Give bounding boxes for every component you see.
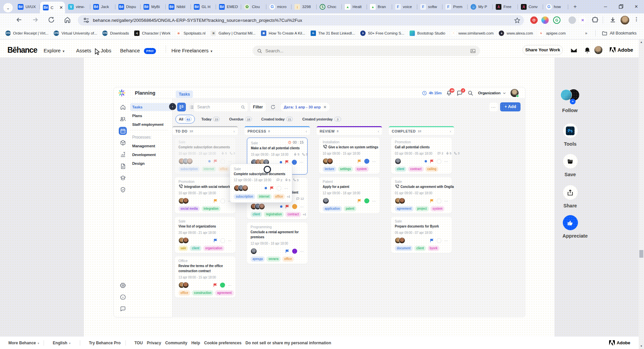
browser-tab-22[interactable]: Ghow (543, 0, 568, 13)
card-to-do-3-tag[interactable]: client (190, 246, 202, 251)
tab-close-icon[interactable]: ✕ (59, 5, 63, 10)
browser-tab-1[interactable]: BēUI/UX (15, 0, 40, 13)
card-to-do-2-tag[interactable]: integration (202, 206, 220, 211)
footer-link-4[interactable]: Help (191, 341, 200, 345)
sidebar-item-management[interactable]: Management (130, 142, 172, 150)
dragged-card[interactable]: SaleComplete subscription documents12 ap… (230, 164, 292, 203)
browser-tab-4[interactable]: BēJack (90, 0, 115, 13)
card-to-do-1-tag[interactable]: office (218, 166, 230, 172)
forward-button[interactable] (32, 16, 40, 24)
dragged-card-tag[interactable]: office (273, 194, 285, 199)
board-notifications-icon[interactable]: 19 (446, 90, 452, 96)
card-completed-3-assignee-placeholder-icon[interactable] (437, 238, 441, 243)
footer-link-5[interactable]: Cookie preferences (204, 341, 241, 345)
bookmark-item-11[interactable]: ◔www.similarweb.com (451, 31, 494, 36)
column-collapse-icon[interactable]: ‹ (450, 129, 451, 133)
card-to-do-4-tag[interactable]: construction (192, 290, 213, 296)
card-completed-3-tag[interactable]: client (414, 246, 426, 251)
rail-file-icon[interactable] (119, 162, 127, 170)
card-review-1[interactable]: InstallationGive a lecture on system set… (319, 138, 380, 174)
card-to-do-3[interactable]: SaleView list of organizations20 apr 09:… (175, 217, 235, 253)
page-scrollbar[interactable] (639, 40, 644, 349)
card-completed-2-more-icon[interactable]: ⋯ (444, 200, 448, 202)
footer-try-pro[interactable]: Try Behance Pro (89, 341, 121, 345)
rail-gear-icon[interactable] (119, 281, 127, 289)
nav-jobs[interactable]: Jobs (101, 48, 111, 53)
extension-icon-grammarly[interactable]: G (553, 16, 560, 24)
browser-tab-14[interactable]: ▲Healt (342, 0, 367, 13)
browser-tab-6[interactable]: BēMyBi (141, 0, 166, 13)
card-process-3-more-icon[interactable]: ⋯ (300, 250, 304, 253)
extensions-puzzle-icon[interactable] (592, 16, 600, 24)
extension-icon-1[interactable]: O (530, 16, 538, 24)
card-to-do-3-more-icon[interactable]: ⋯ (228, 239, 232, 242)
bookmark-item-6[interactable]: ▣Gallery | Chantal Mil... (211, 31, 256, 36)
extension-icon-2[interactable] (541, 16, 549, 24)
card-to-do-1-more-icon[interactable]: ⋯ (228, 160, 232, 163)
scrollbar-up-arrow[interactable]: ▲ (639, 40, 644, 45)
filter-pill-overdue[interactable]: Overdue18 (226, 115, 255, 123)
rail-share-button[interactable]: Share (562, 185, 578, 208)
card-review-2-tag[interactable]: application (323, 206, 342, 211)
card-completed-1-tag[interactable]: calling (425, 166, 438, 172)
filter-button[interactable]: Filter (250, 103, 266, 111)
browser-tab-16[interactable]: Fvoice (392, 0, 417, 13)
date-filter-chip[interactable]: Дата: 1 апр - 30 апр ✕ (280, 103, 330, 111)
card-completed-1[interactable]: PromotionCall all potential clients03 ap… (391, 138, 452, 174)
dragged-card-more-icon[interactable]: ⋯ (284, 187, 288, 190)
back-button[interactable] (15, 16, 23, 24)
browser-tab-9[interactable]: BēEMED (216, 0, 241, 13)
card-completed-1-tag[interactable]: contract (408, 166, 424, 172)
card-review-1-more-icon[interactable]: ⋯ (372, 160, 376, 163)
card-review-2-more-icon[interactable]: ⋯ (372, 200, 376, 202)
card-review-1-tag[interactable]: settings (338, 166, 353, 172)
browser-tab-11[interactable]: Gmicro (266, 0, 291, 13)
dragged-card-tag[interactable]: internet (257, 194, 272, 199)
card-completed-2-tag[interactable]: system (431, 206, 445, 211)
nav-behance-pro[interactable]: Behance (120, 48, 140, 53)
browser-tab-18[interactable]: FPrem (442, 0, 468, 13)
profile-avatar[interactable] (621, 16, 629, 24)
footer-link-2[interactable]: Privacy (147, 341, 161, 345)
browser-tab-13[interactable]: SChoc (317, 0, 342, 13)
rail-chat-icon[interactable] (119, 305, 127, 313)
extension-icon-globe[interactable] (569, 16, 576, 24)
card-completed-3-tag[interactable]: byork (428, 246, 439, 251)
refresh-tasks-button[interactable] (269, 103, 277, 111)
bookmark-item-3[interactable]: OTHDownloads (102, 31, 129, 36)
card-review-2-tag[interactable]: patent (344, 206, 357, 211)
card-process-3-tag[interactable]: оплата (266, 256, 280, 262)
card-completed-3-more-icon[interactable]: ⋯ (444, 239, 448, 242)
filter-pill-created-today[interactable]: Created today21 (258, 115, 296, 123)
card-completed-1-assignee-placeholder-icon[interactable] (437, 159, 441, 164)
card-process-3-tag[interactable]: аренда (251, 256, 265, 262)
behance-profile-avatar[interactable] (594, 46, 602, 54)
bookmarks-overflow-chevron[interactable]: » (585, 31, 587, 36)
column-collapse-icon[interactable]: ‹ (306, 129, 307, 133)
date-filter-close-icon[interactable]: ✕ (323, 105, 326, 109)
browser-tab-10[interactable]: ✿Clou (241, 0, 266, 13)
rail-tools-button[interactable]: PsTools (562, 123, 578, 147)
footer-more-behance[interactable]: More Behance ▼ (8, 341, 40, 345)
bookmark-item-4[interactable]: c|Character | Work (134, 31, 170, 36)
rail-calendar-icon[interactable] (119, 127, 127, 135)
image-search-icon[interactable] (470, 48, 476, 54)
download-icon[interactable] (609, 16, 617, 24)
window-close-button[interactable]: ✕ (629, 0, 644, 13)
footer-language[interactable]: English ▼ (53, 341, 71, 345)
home-button[interactable] (64, 16, 72, 24)
sidebar-item-staff-employment[interactable]: Staff employment (130, 120, 172, 129)
browser-tab-8[interactable]: BēGL H (191, 0, 216, 13)
filter-pill-today[interactable]: Today23 (198, 115, 223, 123)
bookmark-item-8[interactable]: inThe 31 Best LinkedI... (311, 31, 355, 36)
footer-link-1[interactable]: TOU (135, 341, 143, 345)
share-your-work-button[interactable]: Share Your Work (523, 45, 563, 55)
all-bookmarks-label[interactable]: All Bookmarks (610, 31, 637, 36)
card-to-do-3-tag[interactable]: sale (178, 246, 188, 251)
card-completed-1-tag[interactable]: client (395, 166, 407, 172)
rail-shield-icon[interactable] (119, 186, 127, 194)
card-completed-3[interactable]: SalePrepare documents for Byork05 apr 09… (391, 217, 452, 253)
card-completed-2[interactable]: SaleConclude an agreement with Ongila01 … (391, 177, 452, 213)
column-collapse-icon[interactable]: ‹ (378, 129, 379, 133)
sidebar-item-development[interactable]: Development (130, 151, 172, 159)
